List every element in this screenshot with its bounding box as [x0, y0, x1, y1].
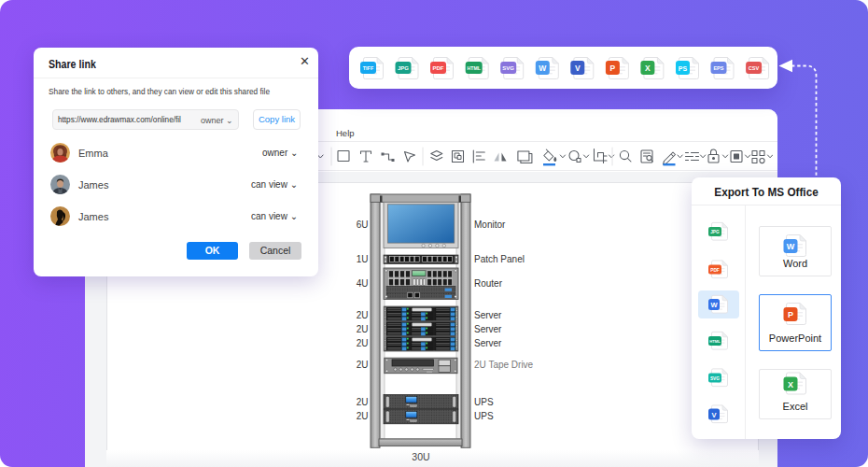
svg-text:HTML: HTML: [467, 65, 481, 71]
svg-text:W: W: [539, 64, 547, 73]
svg-text:2U: 2U: [357, 360, 369, 370]
svg-text:2U: 2U: [357, 310, 369, 320]
svg-text:Router: Router: [474, 278, 503, 289]
svg-text:6U: 6U: [357, 219, 369, 230]
svg-text:2U: 2U: [357, 397, 369, 407]
svg-text:W: W: [710, 301, 718, 309]
svg-text:30U: 30U: [412, 451, 429, 462]
svg-text:EPS: EPS: [713, 65, 723, 71]
svg-text:Monitor: Monitor: [474, 219, 506, 230]
svg-text:X: X: [645, 64, 651, 73]
svg-text:X: X: [788, 380, 793, 389]
svg-text:PS: PS: [679, 65, 688, 72]
svg-text:4U: 4U: [357, 278, 369, 289]
svg-text:2U: 2U: [357, 411, 369, 421]
svg-text:2U: 2U: [357, 324, 369, 334]
svg-text:P: P: [788, 310, 793, 319]
svg-text:TIFF: TIFF: [363, 65, 374, 71]
svg-text:SVG: SVG: [710, 376, 720, 381]
svg-text:P: P: [610, 64, 616, 73]
svg-text:2U: 2U: [357, 338, 369, 348]
svg-text:V: V: [711, 411, 716, 419]
svg-text:1U: 1U: [357, 254, 369, 264]
svg-text:UPS: UPS: [474, 411, 494, 421]
svg-text:JPG: JPG: [710, 230, 720, 234]
svg-text:V: V: [575, 64, 581, 73]
svg-text:Patch Panel: Patch Panel: [474, 254, 525, 264]
svg-text:UPS: UPS: [474, 397, 494, 407]
svg-text:PDF: PDF: [433, 65, 444, 71]
svg-text:HTML: HTML: [709, 339, 721, 344]
svg-text:SVG: SVG: [502, 65, 514, 71]
svg-text:JPG: JPG: [398, 65, 409, 71]
svg-text:2U Tape Drive: 2U Tape Drive: [474, 360, 534, 370]
svg-text:W: W: [787, 242, 795, 251]
svg-text:Server: Server: [474, 324, 502, 334]
svg-text:Server: Server: [474, 338, 502, 348]
svg-text:Server: Server: [474, 310, 502, 320]
svg-text:PDF: PDF: [710, 268, 720, 273]
svg-text:CSV: CSV: [749, 65, 760, 71]
